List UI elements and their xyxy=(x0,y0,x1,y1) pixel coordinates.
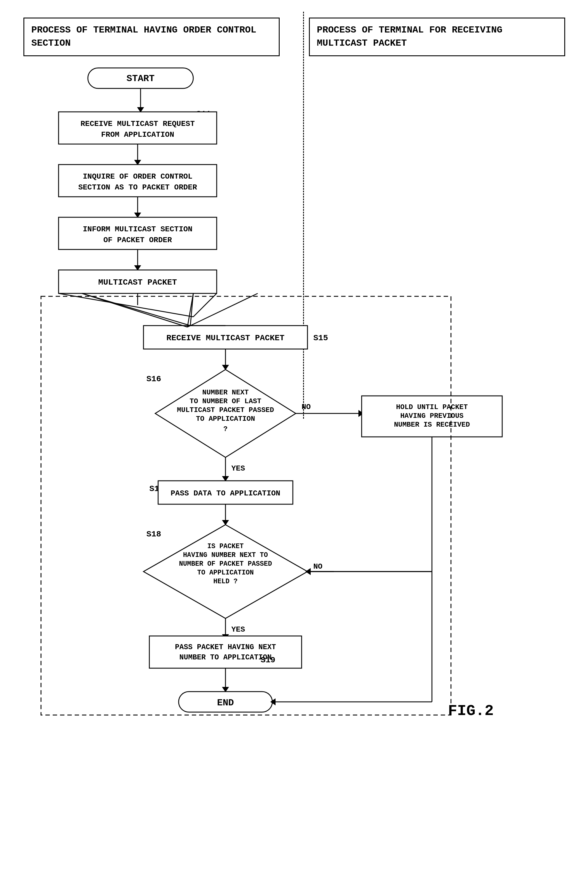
s14-text: MULTICAST PACKET xyxy=(98,278,177,287)
s18-d5: HELD ? xyxy=(213,578,238,585)
s16-d3: MULTICAST PACKET PASSED xyxy=(177,406,274,414)
header-left-text: PROCESS OF TERMINAL HAVING ORDER CONTROL… xyxy=(32,25,256,49)
svg-line-46 xyxy=(82,293,188,327)
s18-d4: TO APPLICATION xyxy=(197,569,254,576)
s20-text-1: HOLD UNTIL PACKET xyxy=(396,403,468,411)
svg-line-13 xyxy=(58,293,193,317)
s17-text: PASS DATA TO APPLICATION xyxy=(171,489,280,498)
s13-text-2: OF PACKET ORDER xyxy=(104,236,172,244)
s16-d1: NUMBER NEXT xyxy=(202,388,249,396)
s20-text-2: HAVING PREVIOUS xyxy=(400,412,464,420)
s16-d5: ? xyxy=(224,425,228,433)
s19-text-1: PASS PACKET HAVING NEXT xyxy=(175,643,276,651)
s16-no: NO xyxy=(302,403,311,411)
svg-line-14 xyxy=(193,293,217,317)
end-label: END xyxy=(217,698,234,708)
s15-label: S15 xyxy=(314,333,328,343)
s12-text-1: INQUIRE OF ORDER CONTROL xyxy=(83,172,192,181)
svg-rect-30 xyxy=(149,636,302,668)
s16-yes: YES xyxy=(231,464,245,473)
flowchart-svg: START S11 RECEIVE MULTICAST REQUEST FROM… xyxy=(23,62,580,879)
header-left-box: PROCESS OF TERMINAL HAVING ORDER CONTROL… xyxy=(23,18,280,56)
s19-text-2: NUMBER TO APPLICATION xyxy=(179,653,272,662)
s18-no: NO xyxy=(314,562,322,571)
s13-text-1: INFORM MULTICAST SECTION xyxy=(83,225,192,234)
s18-d1: IS PACKET xyxy=(207,543,244,550)
s16-d4: TO APPLICATION xyxy=(196,415,255,423)
s20-text-3: NUMBER IS RECEIVED xyxy=(394,421,470,429)
svg-line-48 xyxy=(188,293,258,327)
start-label: START xyxy=(126,73,154,84)
s16-d2: TO NUMBER OF LAST xyxy=(190,398,261,405)
s18-label: S18 xyxy=(146,530,161,539)
s16-label: S16 xyxy=(146,375,161,384)
s15-text: RECEIVE MULTICAST PACKET xyxy=(166,333,284,343)
s11-text-2: FROM APPLICATION xyxy=(101,130,174,139)
header-right-text: PROCESS OF TERMINAL FOR RECEIVING MULTIC… xyxy=(317,25,502,49)
s18-yes: YES xyxy=(231,625,245,634)
page: PROCESS OF TERMINAL HAVING ORDER CONTROL… xyxy=(0,0,588,879)
fig-label: FIG.2 xyxy=(448,702,494,720)
s11-text-1: RECEIVE MULTICAST REQUEST xyxy=(81,120,195,128)
s19-label: S19 xyxy=(261,656,275,664)
s18-d3: NUMBER OF PACKET PASSED xyxy=(179,560,272,568)
s18-d2: HAVING NUMBER NEXT TO xyxy=(183,551,268,559)
header-right-box: PROCESS OF TERMINAL FOR RECEIVING MULTIC… xyxy=(309,18,565,56)
s12-text-2: SECTION AS TO PACKET ORDER xyxy=(78,183,197,192)
